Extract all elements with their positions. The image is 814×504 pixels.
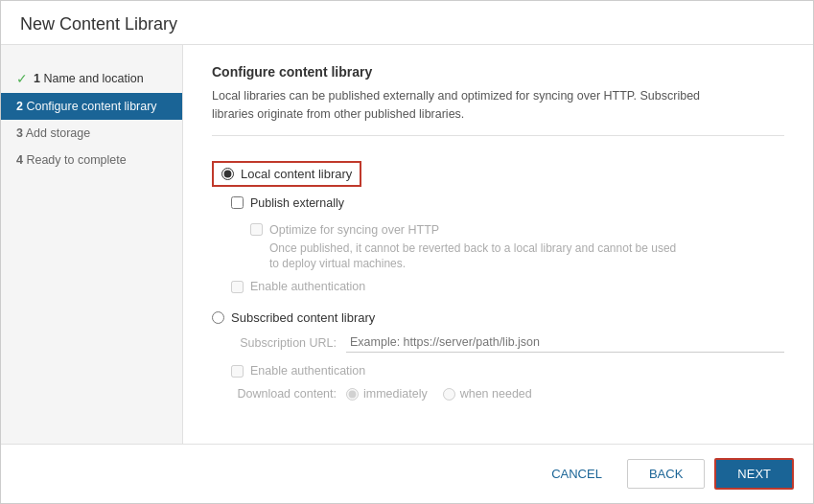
- subscription-url-label: Subscription URL:: [231, 336, 337, 350]
- step-1-label: 1 Name and location: [34, 72, 144, 85]
- check-icon: ✓: [16, 71, 28, 86]
- step-4: 4 Ready to complete: [1, 147, 182, 173]
- step-4-label: 4 Ready to complete: [16, 153, 127, 167]
- optimize-note: Once published, it cannot be reverted ba…: [269, 241, 784, 273]
- local-library-radio[interactable]: [221, 168, 234, 180]
- publish-externally-row: Publish externally: [231, 193, 784, 214]
- publish-sub-options: Optimize for syncing over HTTP Once publ…: [250, 219, 784, 273]
- download-options: immediately when needed: [346, 387, 532, 401]
- step-1: ✓ 1 Name and location: [1, 64, 182, 93]
- local-library-radio-box: Local content library: [212, 161, 361, 187]
- publish-externally-checkbox[interactable]: [231, 196, 244, 209]
- dialog-footer: CANCEL BACK NEXT: [1, 444, 813, 503]
- subscribed-library-radio[interactable]: [212, 311, 224, 324]
- download-content-label: Download content:: [231, 387, 337, 401]
- dialog-title: New Content Library: [20, 14, 794, 34]
- steps-panel: ✓ 1 Name and location 2 Configure conten…: [1, 45, 183, 444]
- immediately-radio[interactable]: [346, 388, 359, 401]
- subscribed-library-group: Subscribed content library Subscription …: [212, 310, 784, 401]
- optimize-http-row: Optimize for syncing over HTTP: [250, 219, 784, 241]
- section-title: Configure content library: [212, 64, 784, 80]
- dialog-header: New Content Library: [1, 1, 813, 45]
- subscribed-sub-options: Enable authentication: [231, 360, 784, 381]
- cancel-button[interactable]: CANCEL: [536, 460, 617, 488]
- step-3-label: 3 Add storage: [16, 126, 90, 140]
- enable-auth-sub-row: Enable authentication: [231, 360, 784, 381]
- section-description: Local libraries can be published externa…: [212, 87, 784, 136]
- new-content-library-dialog: New Content Library ✓ 1 Name and locatio…: [0, 0, 814, 504]
- when-needed-radio[interactable]: [443, 388, 455, 401]
- enable-auth-sub-checkbox[interactable]: [231, 365, 244, 378]
- step-2: 2 Configure content library: [1, 93, 182, 120]
- immediately-option[interactable]: immediately: [346, 387, 428, 401]
- main-content: Configure content library Local librarie…: [183, 45, 813, 444]
- back-button[interactable]: BACK: [627, 459, 705, 489]
- subscribed-library-label[interactable]: Subscribed content library: [212, 310, 784, 325]
- download-content-row: Download content: immediately when neede…: [231, 387, 784, 401]
- next-button[interactable]: NEXT: [714, 458, 794, 490]
- enable-auth-local-checkbox[interactable]: [231, 281, 244, 293]
- subscription-url-input[interactable]: [346, 332, 784, 353]
- local-library-label[interactable]: Local content library: [212, 161, 784, 187]
- dialog-body: ✓ 1 Name and location 2 Configure conten…: [1, 45, 813, 444]
- step-2-label: 2 Configure content library: [16, 100, 157, 113]
- subscription-url-row: Subscription URL:: [231, 332, 784, 353]
- options-area: Local content library Publish externally…: [212, 151, 784, 411]
- step-3: 3 Add storage: [1, 120, 182, 147]
- local-library-group: Local content library Publish externally…: [212, 161, 784, 298]
- optimize-http-checkbox[interactable]: [250, 223, 263, 236]
- local-sub-options: Publish externally Optimize for syncing …: [231, 193, 784, 298]
- when-needed-option[interactable]: when needed: [443, 387, 532, 401]
- enable-auth-local-row: Enable authentication: [231, 276, 784, 297]
